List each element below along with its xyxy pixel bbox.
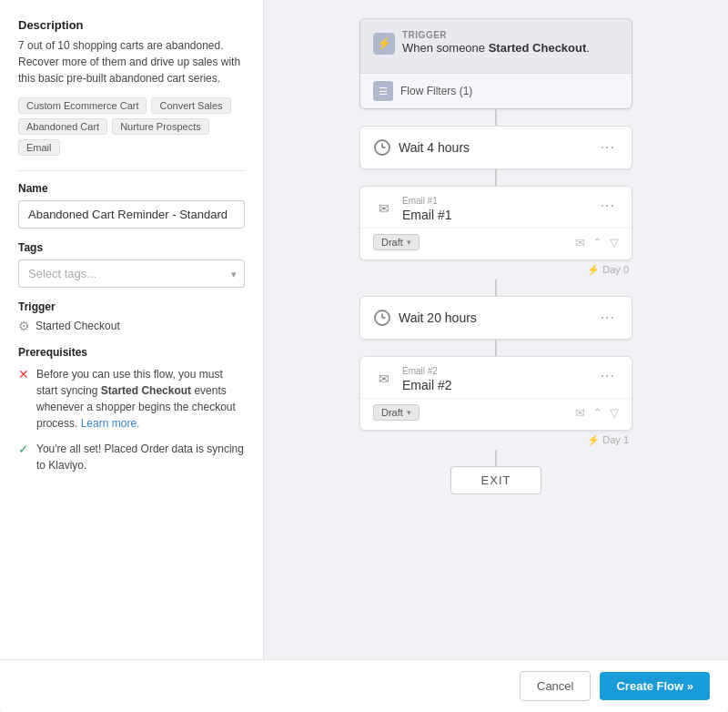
trigger-label: Trigger — [18, 300, 245, 313]
tag-custom-ecommerce: Custom Ecommerce Cart — [18, 97, 147, 114]
tag-email: Email — [18, 139, 60, 156]
day0-label: ⚡ Day 0 — [359, 264, 632, 276]
email-filter-icon-2[interactable]: ▽ — [610, 406, 619, 420]
exit-node: EXIT — [450, 466, 541, 494]
email-send-icon-2[interactable]: ✉ — [575, 406, 585, 420]
divider1 — [18, 170, 245, 171]
error-icon: ✕ — [18, 367, 29, 381]
tag-convert-sales: Convert Sales — [151, 97, 230, 114]
modal: Description 7 out of 10 shopping carts a… — [0, 0, 728, 712]
email1-draft-label: Draft — [381, 237, 403, 248]
exit-label: EXIT — [481, 473, 511, 487]
email1-node: ✉ Email #1 Email #1 ··· Draft ▾ — [359, 186, 632, 260]
tags-label: Tags — [18, 241, 245, 254]
prerequisites-title: Prerequisites — [18, 346, 245, 359]
email2-text: Email #2 Email #2 — [402, 366, 451, 392]
description-title: Description — [18, 18, 245, 32]
draft-chevron-icon-1: ▾ — [407, 238, 411, 247]
trigger-node-desc: When someone Started Checkout. — [402, 40, 590, 56]
connector-5 — [495, 450, 497, 466]
email2-more-button[interactable]: ··· — [597, 366, 619, 386]
email2-footer: Draft ▾ ✉ ⌃ ▽ — [360, 398, 632, 430]
email-send-icon-1[interactable]: ✉ — [575, 236, 585, 249]
email2-left: ✉ Email #2 Email #2 — [373, 366, 451, 392]
envelope-icon-2: ✉ — [373, 368, 395, 390]
email2-header: ✉ Email #2 Email #2 ··· — [360, 357, 632, 398]
email2-node-label: Email #2 — [402, 366, 451, 376]
wait2-label: Wait 20 hours — [399, 310, 477, 325]
clock-icon-2 — [373, 309, 391, 327]
day1-label: ⚡ Day 1 — [359, 434, 632, 446]
wait1-node: Wait 4 hours ··· — [359, 126, 632, 169]
tags-row: Custom Ecommerce Cart Convert Sales Aban… — [18, 97, 245, 156]
email-filter-icon-1[interactable]: ▽ — [610, 236, 619, 249]
name-label: Name — [18, 182, 245, 195]
connector-4 — [495, 340, 497, 356]
modal-footer: Cancel Create Flow » — [0, 659, 728, 712]
wait1-inner: Wait 4 hours ··· — [360, 127, 632, 168]
day1-container: ⚡ Day 1 — [359, 431, 632, 450]
email2-node: ✉ Email #2 Email #2 ··· Draft ▾ — [359, 356, 632, 431]
email1-node-label: Email #1 — [402, 196, 451, 206]
connector-2 — [495, 169, 497, 186]
trigger-node-inner: ⚡ Trigger When someone Started Checkout. — [360, 19, 632, 73]
prereq-success-item: ✓ You're all set! Placed Order data is s… — [18, 441, 245, 473]
tag-abandoned-cart: Abandoned Cart — [18, 118, 107, 135]
tags-select-wrapper: Select tags... ▾ — [18, 259, 245, 288]
description-text: 7 out of 10 shopping carts are abandoned… — [18, 37, 245, 86]
wait1-more-button[interactable]: ··· — [597, 137, 619, 158]
wait2-inner: Wait 20 hours ··· — [360, 297, 632, 339]
draft-chevron-icon-2: ▾ — [407, 408, 411, 417]
bolt-icon: ⚡ — [373, 33, 395, 55]
flow-filter-row[interactable]: ☰ Flow Filters (1) — [360, 73, 632, 108]
learn-more-link[interactable]: Learn more. — [81, 417, 140, 430]
email2-draft-label: Draft — [381, 407, 403, 418]
clock-icon-1 — [373, 138, 391, 157]
wait1-left: Wait 4 hours — [373, 138, 470, 157]
email-up-icon-1[interactable]: ⌃ — [592, 236, 602, 249]
wait1-label: Wait 4 hours — [399, 140, 470, 155]
name-input[interactable] — [18, 200, 245, 229]
day0-container: ⚡ Day 0 — [359, 260, 632, 280]
tag-nurture-prospects: Nurture Prospects — [112, 118, 209, 135]
left-panel: Description 7 out of 10 shopping carts a… — [0, 0, 264, 659]
wait2-left: Wait 20 hours — [373, 309, 477, 327]
trigger-node-label: Trigger — [402, 30, 590, 40]
email1-header: ✉ Email #1 Email #1 ··· — [360, 187, 632, 228]
trigger-node-header: ⚡ Trigger When someone Started Checkout. — [373, 30, 619, 56]
connector-1 — [495, 109, 497, 126]
right-panel: ⚡ Trigger When someone Started Checkout.… — [264, 0, 728, 659]
prereq-success-text: You're all set! Placed Order data is syn… — [36, 441, 245, 473]
filter-icon: ☰ — [373, 81, 393, 101]
trigger-node: ⚡ Trigger When someone Started Checkout.… — [359, 18, 632, 109]
create-flow-button[interactable]: Create Flow » — [600, 672, 710, 700]
gear-icon: ⚙ — [18, 319, 30, 333]
wait2-node: Wait 20 hours ··· — [359, 296, 632, 340]
email1-left: ✉ Email #1 Email #1 — [373, 196, 451, 222]
connector-3 — [495, 280, 497, 296]
envelope-icon-1: ✉ — [373, 198, 395, 219]
cancel-button[interactable]: Cancel — [520, 671, 591, 701]
email1-more-button[interactable]: ··· — [597, 196, 619, 216]
email2-title: Email #2 — [402, 378, 451, 392]
checkmark-icon: ✓ — [18, 442, 29, 456]
email1-text: Email #1 Email #1 — [402, 196, 451, 222]
trigger-row: ⚙ Started Checkout — [18, 319, 245, 333]
email1-title: Email #1 — [402, 208, 451, 222]
flow-filter-label: Flow Filters (1) — [400, 85, 472, 97]
email2-draft-badge[interactable]: Draft ▾ — [373, 404, 420, 421]
email2-action-icons: ✉ ⌃ ▽ — [575, 406, 619, 420]
prereq-error-text: Before you can use this flow, you must s… — [36, 366, 245, 432]
email1-draft-badge[interactable]: Draft ▾ — [373, 234, 420, 250]
email1-footer: Draft ▾ ✉ ⌃ ▽ — [360, 228, 632, 259]
email-up-icon-2[interactable]: ⌃ — [592, 406, 602, 420]
prereq-error-item: ✕ Before you can use this flow, you must… — [18, 366, 245, 432]
email1-action-icons: ✉ ⌃ ▽ — [575, 236, 619, 249]
tags-select[interactable]: Select tags... — [18, 259, 245, 288]
trigger-value: Started Checkout — [35, 320, 120, 332]
flow-container: ⚡ Trigger When someone Started Checkout.… — [350, 18, 642, 494]
wait2-more-button[interactable]: ··· — [597, 308, 619, 328]
modal-body: Description 7 out of 10 shopping carts a… — [0, 0, 728, 659]
